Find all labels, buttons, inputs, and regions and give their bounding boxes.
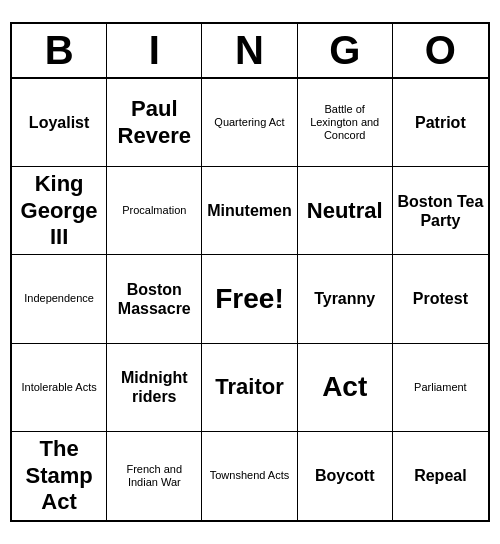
bingo-card: B I N G O LoyalistPaul RevereQuartering … xyxy=(10,22,490,522)
bingo-cell-10[interactable]: Independence xyxy=(12,255,107,343)
bingo-cell-24[interactable]: Repeal xyxy=(393,432,488,520)
cell-text-15: Intolerable Acts xyxy=(21,381,96,394)
bingo-cell-6[interactable]: Procalmation xyxy=(107,167,202,255)
bingo-grid: LoyalistPaul RevereQuartering ActBattle … xyxy=(12,79,488,520)
cell-text-20: The Stamp Act xyxy=(15,436,103,515)
bingo-cell-0[interactable]: Loyalist xyxy=(12,79,107,167)
cell-text-13: Tyranny xyxy=(314,289,375,308)
bingo-cell-16[interactable]: Midnight riders xyxy=(107,344,202,432)
bingo-cell-15[interactable]: Intolerable Acts xyxy=(12,344,107,432)
bingo-cell-12[interactable]: Free! xyxy=(202,255,297,343)
bingo-cell-18[interactable]: Act xyxy=(298,344,393,432)
bingo-cell-8[interactable]: Neutral xyxy=(298,167,393,255)
cell-text-4: Patriot xyxy=(415,113,466,132)
bingo-cell-22[interactable]: Townshend Acts xyxy=(202,432,297,520)
letter-n: N xyxy=(202,24,297,77)
cell-text-5: King George III xyxy=(15,171,103,250)
bingo-cell-17[interactable]: Traitor xyxy=(202,344,297,432)
cell-text-12: Free! xyxy=(215,282,283,316)
bingo-cell-4[interactable]: Patriot xyxy=(393,79,488,167)
cell-text-22: Townshend Acts xyxy=(210,469,290,482)
letter-b: B xyxy=(12,24,107,77)
letter-o: O xyxy=(393,24,488,77)
bingo-cell-20[interactable]: The Stamp Act xyxy=(12,432,107,520)
cell-text-6: Procalmation xyxy=(122,204,186,217)
bingo-cell-3[interactable]: Battle of Lexington and Concord xyxy=(298,79,393,167)
cell-text-16: Midnight riders xyxy=(110,368,198,406)
cell-text-21: French and Indian War xyxy=(110,463,198,489)
cell-text-1: Paul Revere xyxy=(110,96,198,149)
cell-text-7: Minutemen xyxy=(207,201,291,220)
bingo-cell-14[interactable]: Protest xyxy=(393,255,488,343)
bingo-cell-21[interactable]: French and Indian War xyxy=(107,432,202,520)
cell-text-10: Independence xyxy=(24,292,94,305)
letter-g: G xyxy=(298,24,393,77)
bingo-header: B I N G O xyxy=(12,24,488,79)
cell-text-11: Boston Massacre xyxy=(110,280,198,318)
cell-text-9: Boston Tea Party xyxy=(396,192,485,230)
bingo-cell-19[interactable]: Parliament xyxy=(393,344,488,432)
bingo-cell-7[interactable]: Minutemen xyxy=(202,167,297,255)
cell-text-0: Loyalist xyxy=(29,113,89,132)
cell-text-2: Quartering Act xyxy=(214,116,284,129)
cell-text-23: Boycott xyxy=(315,466,375,485)
cell-text-14: Protest xyxy=(413,289,468,308)
cell-text-3: Battle of Lexington and Concord xyxy=(301,103,389,143)
cell-text-8: Neutral xyxy=(307,198,383,224)
bingo-cell-5[interactable]: King George III xyxy=(12,167,107,255)
cell-text-18: Act xyxy=(322,370,367,404)
bingo-cell-23[interactable]: Boycott xyxy=(298,432,393,520)
letter-i: I xyxy=(107,24,202,77)
bingo-cell-1[interactable]: Paul Revere xyxy=(107,79,202,167)
bingo-cell-11[interactable]: Boston Massacre xyxy=(107,255,202,343)
cell-text-24: Repeal xyxy=(414,466,466,485)
cell-text-19: Parliament xyxy=(414,381,467,394)
bingo-cell-13[interactable]: Tyranny xyxy=(298,255,393,343)
bingo-cell-2[interactable]: Quartering Act xyxy=(202,79,297,167)
bingo-cell-9[interactable]: Boston Tea Party xyxy=(393,167,488,255)
cell-text-17: Traitor xyxy=(215,374,283,400)
